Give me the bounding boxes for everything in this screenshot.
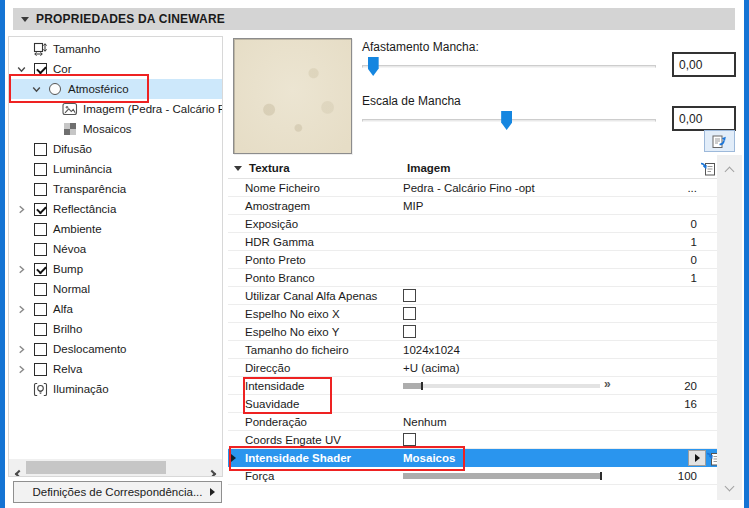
table-row[interactable]: Ponderação Nenhum [228, 413, 717, 431]
collapse-triangle-icon[interactable] [234, 166, 242, 171]
tree-item[interactable]: Reflectância [9, 199, 222, 219]
table-row[interactable]: Espelho No eixo Y [228, 323, 717, 341]
table-row[interactable]: Espelho No eixo X [228, 305, 717, 323]
image-icon [62, 102, 78, 116]
texture-preview[interactable] [233, 38, 352, 154]
table-row[interactable]: HDR Gamma 1 [228, 233, 717, 251]
expand-chevron-icon[interactable] [15, 63, 27, 75]
value-slider[interactable] [403, 471, 615, 481]
row-expand-icon[interactable] [231, 454, 236, 462]
checkbox-icon[interactable] [34, 183, 47, 196]
table-row[interactable]: Intensidade Shader Mosaicos [228, 449, 717, 467]
checkbox-icon[interactable] [34, 303, 47, 316]
table-row[interactable]: Nome Ficheiro Pedra - Calcário Fino -opt… [228, 179, 717, 197]
checkbox-icon[interactable] [34, 243, 47, 256]
escala-slider[interactable] [360, 111, 658, 131]
tree-item[interactable]: Imagem (Pedra - Calcário Fin [9, 99, 222, 119]
checkbox-icon[interactable] [34, 283, 47, 296]
scroll-left-icon[interactable] [13, 463, 25, 477]
doc-transfer-icon[interactable] [700, 160, 716, 179]
checkbox-icon[interactable] [34, 343, 47, 356]
parameter-label: Direcção [245, 362, 403, 374]
expand-chevron-icon[interactable] [15, 343, 27, 355]
table-row[interactable]: Ponto Preto 0 [228, 251, 717, 269]
checkbox-checked-icon[interactable] [34, 203, 47, 216]
scroll-right-icon[interactable] [206, 463, 218, 477]
checkbox-checked-icon[interactable] [34, 63, 47, 76]
value-checkbox-icon[interactable] [403, 307, 416, 320]
tree-item[interactable]: Deslocamento [9, 339, 222, 359]
tree-item[interactable]: Transparência [9, 179, 222, 199]
tree-item[interactable]: Normal [9, 279, 222, 299]
value-slider[interactable]: » [403, 381, 615, 391]
tree-item[interactable]: Luminância [9, 159, 222, 179]
edit-texture-button[interactable] [704, 130, 735, 152]
parameter-value [403, 433, 717, 446]
table-row[interactable]: Intensidade » 20 [228, 377, 717, 395]
parameter-label: Amostragem [245, 200, 403, 212]
table-row[interactable]: Ponto Branco 1 [228, 269, 717, 287]
table-row[interactable]: Exposição 0 [228, 215, 717, 233]
checkbox-icon[interactable] [34, 323, 47, 336]
panel-header[interactable]: PROPRIEDADES DA CINEWARE [13, 8, 735, 30]
table-row[interactable]: Suavidade 16 [228, 395, 717, 413]
table-row[interactable]: Utilizar Canal Alfa Apenas [228, 287, 717, 305]
checkbox-icon[interactable] [34, 143, 47, 156]
value-checkbox-icon[interactable] [403, 289, 416, 302]
column-image: Imagem [407, 162, 450, 174]
checkbox-checked-icon[interactable] [34, 263, 47, 276]
escala-value-field[interactable]: 0,00 [672, 106, 736, 131]
afastamento-slider[interactable] [360, 57, 658, 77]
slider-thumb-icon[interactable] [600, 472, 602, 480]
scroll-up-icon[interactable] [717, 161, 742, 179]
browse-button[interactable]: ... [687, 182, 697, 194]
expand-chevron-icon[interactable] [30, 83, 42, 95]
tree-item[interactable]: Ambiente [9, 219, 222, 239]
tree-item[interactable]: Brilho [9, 319, 222, 339]
tree-item[interactable]: Difusão [9, 139, 222, 159]
tree-item[interactable]: Cor [9, 59, 222, 79]
match-settings-button[interactable]: Definições de Correspondência... [13, 481, 222, 503]
value-checkbox-icon[interactable] [403, 325, 416, 338]
tree-item-label: Brilho [53, 323, 82, 335]
checkbox-icon[interactable] [34, 163, 47, 176]
scroll-down-icon[interactable] [717, 476, 742, 494]
checkbox-icon[interactable] [34, 363, 47, 376]
table-row[interactable]: Coords Engate UV [228, 431, 717, 449]
tree-item[interactable]: Bump [9, 259, 222, 279]
value-checkbox-icon[interactable] [403, 433, 416, 446]
tree-item-label: Deslocamento [53, 343, 127, 355]
tree-item[interactable]: Mosaicos [9, 119, 222, 139]
slider-thumb-icon[interactable] [368, 57, 379, 76]
tree-item[interactable]: Atmosférico [9, 79, 222, 99]
shader-menu-button[interactable] [688, 450, 706, 466]
table-row[interactable]: Força 100 [228, 467, 717, 485]
expand-chevron-icon[interactable] [15, 263, 27, 275]
tree-item[interactable]: Tamanho [9, 39, 222, 59]
afastamento-value-field[interactable]: 0,00 [672, 52, 736, 77]
tree-item[interactable]: Alfa [9, 299, 222, 319]
expand-chevron-icon[interactable] [15, 363, 27, 375]
table-header-row[interactable]: Textura Imagem [228, 158, 717, 179]
expand-chevron-icon[interactable] [15, 303, 27, 315]
parameter-value [403, 289, 717, 302]
tree-item[interactable]: Relva [9, 359, 222, 379]
channel-tree-panel: Tamanho Cor Atmosférico Imagem (Pedra - … [8, 36, 223, 477]
table-row[interactable]: Tamanho do ficheiro 1024x1024 [228, 341, 717, 359]
tree-item[interactable]: Névoa [9, 239, 222, 259]
slider-track[interactable] [362, 65, 656, 68]
slider-thumb-icon[interactable] [421, 382, 423, 390]
expand-chevron-icon[interactable] [15, 203, 27, 215]
collapse-triangle-icon[interactable] [21, 17, 29, 22]
scrollbar-thumb[interactable] [26, 461, 166, 474]
table-vertical-scrollbar[interactable] [717, 155, 742, 500]
checkbox-icon[interactable] [34, 223, 47, 236]
slider-thumb-icon[interactable] [501, 111, 512, 130]
tree-item-label: Bump [53, 263, 83, 275]
table-row[interactable]: Amostragem MIP [228, 197, 717, 215]
tree-item-label: Relva [53, 363, 82, 375]
tree-item[interactable]: Iluminação [9, 379, 222, 399]
table-row[interactable]: Direcção +U (acima) [228, 359, 717, 377]
tree-horizontal-scrollbar[interactable] [9, 459, 222, 476]
parameter-value: Nenhum [403, 416, 717, 428]
